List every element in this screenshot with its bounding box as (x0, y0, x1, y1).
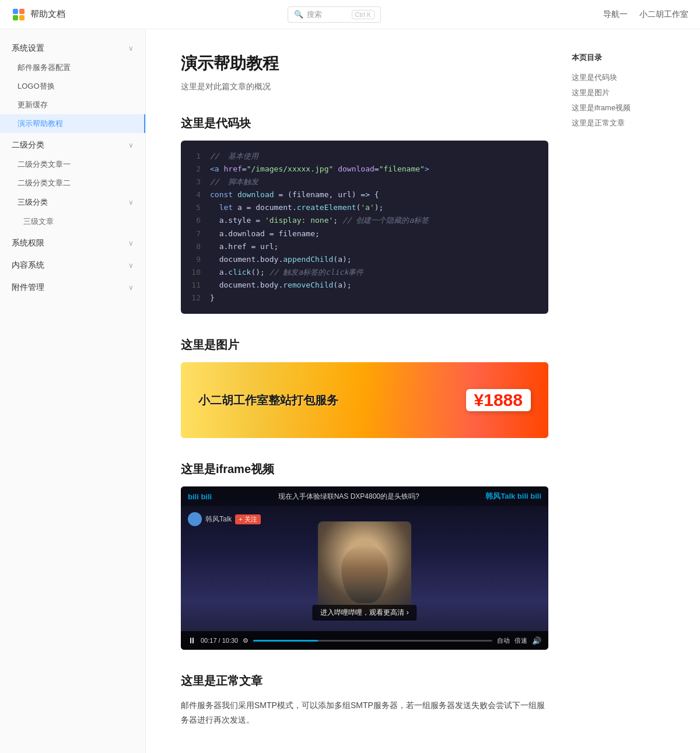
svg-rect-2 (13, 15, 18, 20)
video-title-top: 现在入手体验绿联NAS DXP4800的是头铁吗? (278, 492, 419, 502)
sidebar-section-label-third-category: 三级分类 (18, 197, 48, 208)
content-area: 演示帮助教程 这里是对此篇文章的概况 这里是代码块 1// 基本使用 2<a h… (146, 29, 700, 753)
code-line: 3// 脚本触发 (190, 176, 539, 188)
sidebar-section-header-addon-management[interactable]: 附件管理 ∨ (0, 278, 145, 297)
section-heading-text: 这里是正常文章 (181, 673, 548, 689)
chevron-icon-6: ∨ (128, 283, 134, 292)
sidebar-item-third-article[interactable]: 三级文章 (0, 212, 145, 231)
volume-icon[interactable]: 🔊 (532, 636, 541, 645)
code-line: 6 a.style = 'display: none'; // 创建一个隐藏的a… (190, 214, 539, 227)
code-block: 1// 基本使用 2<a href="/images/xxxxx.jpg" do… (181, 141, 548, 314)
sidebar-item-cache-refresh[interactable]: 更新缓存 (0, 96, 145, 114)
nav-link-2[interactable]: 小二胡工作室 (639, 9, 688, 20)
article-content: 演示帮助教程 这里是对此篇文章的概况 这里是代码块 1// 基本使用 2<a h… (181, 52, 548, 753)
video-cta[interactable]: 进入哔哩哔哩，观看更高清 › (312, 605, 416, 621)
progress-bar[interactable] (253, 640, 492, 642)
top-bar: 帮助文档 🔍 搜索 Ctrl K 导航一 小二胡工作室 (0, 0, 700, 29)
hanfeng-logo: 韩风Talk bili bili (485, 491, 541, 502)
section-heading-video: 这里是iframe视频 (181, 461, 548, 477)
main-container: 系统设置 ∨ 邮件服务器配置 LOGO替换 更新缓存 演示帮助教程 二级分类 ∨… (0, 29, 700, 753)
sidebar-item-second-article-1[interactable]: 二级分类文章一 (0, 155, 145, 174)
section-heading-code: 这里是代码块 (181, 115, 548, 131)
sidebar-section-header-system-permissions[interactable]: 系统权限 ∨ (0, 233, 145, 253)
bilibili-logo: bili bili (188, 492, 212, 501)
video-person-silhouette (341, 545, 388, 603)
sidebar-section-label-system-permissions: 系统权限 (12, 238, 44, 248)
sidebar-section-header-second-category[interactable]: 二级分类 ∨ (0, 135, 145, 155)
toc-panel: 本页目录 这里是代码块 这里是图片 这里是iframe视频 这里是正常文章 (572, 52, 665, 753)
search-box[interactable]: 🔍 搜索 Ctrl K (288, 6, 381, 23)
article-description: 这里是对此篇文章的概况 (181, 82, 548, 92)
sidebar-section-content-system: 内容系统 ∨ (0, 255, 145, 275)
sidebar-section-label-system-settings: 系统设置 (12, 43, 44, 54)
chevron-icon-4: ∨ (128, 239, 134, 247)
sidebar-section-label-second-category: 二级分类 (12, 140, 44, 150)
chevron-icon-3: ∨ (128, 198, 134, 206)
toc-item-code[interactable]: 这里是代码块 (572, 70, 665, 85)
article-normal-text: 邮件服务器我们采用SMTP模式，可以添加多组SMTP服务器，若一组服务器发送失败… (181, 698, 548, 727)
logo-icon (12, 8, 26, 22)
svg-rect-0 (13, 9, 18, 14)
toc-item-text[interactable]: 这里是正常文章 (572, 115, 665, 131)
chevron-icon-5: ∨ (128, 261, 134, 269)
speed-label[interactable]: 倍速 (514, 636, 527, 645)
quality-icon[interactable]: ⚙ (243, 637, 249, 645)
toc-title: 本页目录 (572, 52, 665, 63)
chevron-icon: ∨ (128, 44, 134, 52)
toc-item-video[interactable]: 这里是iframe视频 (572, 100, 665, 115)
channel-name: 韩风Talk (205, 514, 232, 524)
code-line: 2<a href="/images/xxxxx.jpg" download="f… (190, 163, 539, 176)
article-image: 小二胡工作室整站打包服务 ¥1888 (181, 362, 548, 438)
code-line: 5 let a = document.createElement('a'); (190, 201, 539, 214)
toc-item-image[interactable]: 这里是图片 (572, 85, 665, 100)
auto-label[interactable]: 自动 (497, 636, 510, 645)
sidebar-section-label-addon-management: 附件管理 (12, 282, 44, 293)
video-controls: ⏸ 00:17 / 10:30 ⚙ 自动 倍速 🔊 (181, 631, 548, 650)
section-heading-image: 这里是图片 (181, 337, 548, 353)
chevron-icon-2: ∨ (128, 141, 134, 149)
sidebar-section-addon-management: 附件管理 ∨ (0, 278, 145, 297)
svg-rect-3 (19, 15, 24, 20)
sidebar-item-second-article-2[interactable]: 二级分类文章二 (0, 174, 145, 192)
code-line: 8 a.href = url; (190, 240, 539, 253)
sidebar-item-logo-replace[interactable]: LOGO替换 (0, 77, 145, 96)
code-line: 9 document.body.appendChild(a); (190, 253, 539, 266)
image-main-text: 小二胡工作室整站打包服务 (198, 393, 338, 408)
sidebar-section-system-settings: 系统设置 ∨ 邮件服务器配置 LOGO替换 更新缓存 演示帮助教程 (0, 38, 145, 133)
search-shortcut: Ctrl K (352, 10, 375, 19)
sidebar-section-label-content-system: 内容系统 (12, 260, 44, 271)
sidebar-section-header-content-system[interactable]: 内容系统 ∨ (0, 255, 145, 275)
code-line: 10 a.click(); // 触发a标签的click事件 (190, 266, 539, 279)
top-bar-left: 帮助文档 (12, 8, 65, 22)
sidebar-section-header-system-settings[interactable]: 系统设置 ∨ (0, 38, 145, 58)
image-price: ¥1888 (466, 389, 531, 411)
follow-button[interactable]: + 关注 (235, 514, 260, 524)
progress-fill (253, 640, 318, 642)
code-line: 12} (190, 292, 539, 304)
channel-avatar (188, 512, 202, 526)
code-line: 7 a.download = filename; (190, 227, 539, 240)
article-video: bili bili 现在入手体验绿联NAS DXP4800的是头铁吗? 韩风Ta… (181, 486, 548, 650)
search-placeholder: 搜索 (307, 9, 322, 20)
pause-icon[interactable]: ⏸ (188, 636, 196, 645)
article-title: 演示帮助教程 (181, 52, 548, 75)
sidebar-section-second-category: 二级分类 ∨ 二级分类文章一 二级分类文章二 三级分类 ∨ 三级文章 (0, 135, 145, 231)
svg-rect-1 (19, 9, 24, 14)
code-line: 11 document.body.removeChild(a); (190, 279, 539, 292)
nav-link-1[interactable]: 导航一 (603, 9, 628, 20)
sidebar: 系统设置 ∨ 邮件服务器配置 LOGO替换 更新缓存 演示帮助教程 二级分类 ∨… (0, 29, 146, 753)
sidebar-section-header-third-category[interactable]: 三级分类 ∨ (0, 192, 145, 212)
sidebar-item-demo-tutorial[interactable]: 演示帮助教程 (0, 114, 145, 133)
logo-text: 帮助文档 (30, 9, 65, 20)
video-time: 00:17 / 10:30 (201, 637, 238, 644)
search-icon: 🔍 (294, 10, 303, 19)
sidebar-section-system-permissions: 系统权限 ∨ (0, 233, 145, 253)
code-line: 1// 基本使用 (190, 150, 539, 163)
top-bar-right: 导航一 小二胡工作室 (603, 9, 688, 20)
video-right-controls: 自动 倍速 🔊 (497, 636, 541, 645)
sidebar-item-mail-server[interactable]: 邮件服务器配置 (0, 58, 145, 77)
code-line: 4const download = (filename, url) => { (190, 188, 539, 201)
